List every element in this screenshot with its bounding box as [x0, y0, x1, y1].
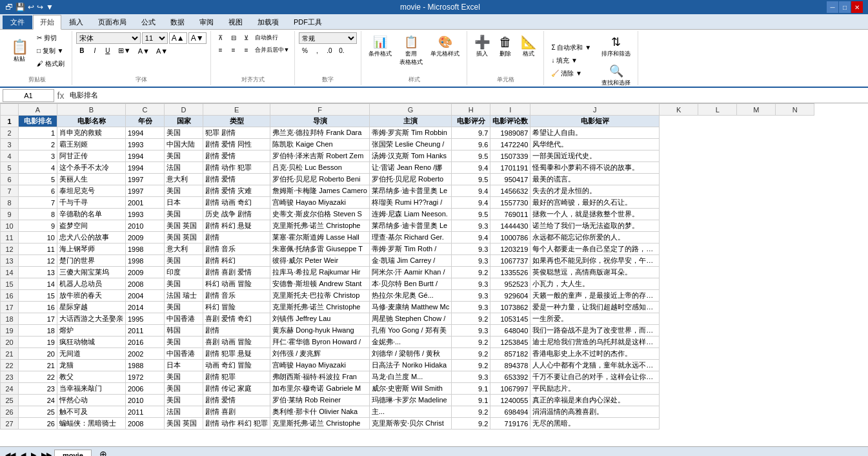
- cell-r22c8[interactable]: 894378: [490, 360, 530, 371]
- align-center-button[interactable]: ≡: [228, 45, 239, 56]
- cell-r20c5[interactable]: 拜仁·霍华德 Byron Howard /: [270, 337, 370, 348]
- cell-r4c3[interactable]: 美国: [165, 150, 203, 162]
- cell-r16c7[interactable]: 9.3: [452, 290, 490, 302]
- cell-r3c9[interactable]: 风华绝代。: [530, 139, 660, 150]
- cell-r17c8[interactable]: 1073862: [490, 302, 530, 313]
- cell-r15c9[interactable]: 小瓦力，大人生。: [530, 278, 660, 290]
- cell-r8c1[interactable]: 千与千寻: [57, 197, 126, 209]
- cell-r7c0[interactable]: 6: [19, 185, 57, 197]
- cell-r15c3[interactable]: 美国: [165, 278, 203, 290]
- cell-r16c8[interactable]: 929604: [490, 290, 530, 302]
- increase-decimal-button[interactable]: .0: [323, 45, 335, 56]
- cell-r23c3[interactable]: 美国: [165, 371, 203, 383]
- cell-r4c5[interactable]: 罗伯特·泽米吉斯 Robert Zem: [270, 150, 370, 162]
- cell-r11c4[interactable]: 剧情: [203, 232, 270, 244]
- font-increase-button[interactable]: A▲: [169, 32, 187, 44]
- header-cell-2[interactable]: 年份: [126, 116, 165, 127]
- cell-r4c0[interactable]: 3: [19, 150, 57, 162]
- cell-r14c2[interactable]: 2009: [126, 267, 165, 278]
- insert-button[interactable]: ➕ 插入: [471, 32, 493, 60]
- cell-r21c8[interactable]: 857182: [490, 348, 530, 360]
- fill-color-button[interactable]: A▼: [136, 46, 152, 56]
- cell-r19c3[interactable]: 韩国: [165, 325, 203, 337]
- format-button[interactable]: 📐 格式: [518, 32, 540, 60]
- cell-r27c4[interactable]: 剧情 动作 科幻 犯罪: [203, 418, 270, 430]
- cell-r14c3[interactable]: 印度: [165, 267, 203, 278]
- cell-r15c2[interactable]: 2008: [126, 278, 165, 290]
- cell-r25c7[interactable]: 9.1: [452, 395, 490, 406]
- cell-r11c8[interactable]: 1000786: [490, 232, 530, 244]
- cell-r21c0[interactable]: 20: [19, 348, 57, 360]
- cell-r6c8[interactable]: 950417: [490, 174, 530, 185]
- cell-r20c0[interactable]: 19: [19, 337, 57, 348]
- cell-r25c3[interactable]: 美国: [165, 395, 203, 406]
- cell-r3c7[interactable]: 9.6: [452, 139, 490, 150]
- cell-r10c1[interactable]: 盗梦空间: [57, 220, 126, 232]
- cell-r20c4[interactable]: 喜剧 动画 冒险: [203, 337, 270, 348]
- cell-r27c7[interactable]: 9.2: [452, 418, 490, 430]
- cell-r6c4[interactable]: 剧情 爱情: [203, 174, 270, 185]
- cell-r14c5[interactable]: 拉库马·希拉尼 Rajkumar Hir: [270, 267, 370, 278]
- cell-r7c3[interactable]: 美国: [165, 185, 203, 197]
- cell-r14c0[interactable]: 13: [19, 267, 57, 278]
- cell-r17c7[interactable]: 9.3: [452, 302, 490, 313]
- cell-r20c2[interactable]: 2016: [126, 337, 165, 348]
- col-header-i[interactable]: I: [490, 104, 530, 116]
- cell-r26c4[interactable]: 剧情 喜剧: [203, 406, 270, 418]
- cell-r10c2[interactable]: 2010: [126, 220, 165, 232]
- cell-r3c8[interactable]: 1472240: [490, 139, 530, 150]
- cell-r2c1[interactable]: 肖申克的救赎: [57, 127, 126, 139]
- tab-addins[interactable]: 加载项: [250, 15, 286, 29]
- insert-sheet-button[interactable]: ⊕: [96, 448, 111, 456]
- cell-r22c9[interactable]: 人人心中都有个龙猫，童年就永远不会消失。: [530, 360, 660, 371]
- cell-r8c3[interactable]: 日本: [165, 197, 203, 209]
- cell-r24c8[interactable]: 1067997: [490, 383, 530, 395]
- col-header-k[interactable]: K: [660, 104, 698, 116]
- cell-r4c4[interactable]: 剧情 爱情: [203, 150, 270, 162]
- tab-home[interactable]: 开始: [33, 15, 61, 30]
- cell-r2c5[interactable]: 弗兰克·德拉邦特 Frank Dara: [270, 127, 370, 139]
- cell-r22c1[interactable]: 龙猫: [57, 360, 126, 371]
- col-header-e[interactable]: E: [203, 104, 270, 116]
- cell-r23c1[interactable]: 教父: [57, 371, 126, 383]
- cell-r27c6[interactable]: 克里斯蒂安·贝尔 Christ: [369, 418, 451, 430]
- header-cell-6[interactable]: 主演: [369, 116, 451, 127]
- sheet-tab-movie[interactable]: movie: [54, 450, 92, 456]
- cell-r18c9[interactable]: 一生所爱。: [530, 313, 660, 325]
- quick-access-redo[interactable]: ↪: [37, 3, 43, 12]
- cell-r19c9[interactable]: 我们一路奋战不是为了改变世界，而是为了不让世界改变我们。: [530, 325, 660, 337]
- cell-r26c2[interactable]: 2011: [126, 406, 165, 418]
- cell-r10c4[interactable]: 剧情 科幻 悬疑: [203, 220, 270, 232]
- cell-r26c1[interactable]: 触不可及: [57, 406, 126, 418]
- cell-r13c1[interactable]: 楚门的世界: [57, 255, 126, 267]
- cell-r22c5[interactable]: 宫崎骏 Hayao Miyazaki: [270, 360, 370, 371]
- cell-r12c1[interactable]: 海上钢琴师: [57, 244, 126, 255]
- cell-r3c4[interactable]: 剧情 爱情 同性: [203, 139, 270, 150]
- cell-r8c4[interactable]: 剧情 动画 奇幻: [203, 197, 270, 209]
- cell-r26c6[interactable]: 主...: [369, 406, 451, 418]
- cell-r6c9[interactable]: 最美的谎言。: [530, 174, 660, 185]
- cell-r9c7[interactable]: 9.5: [452, 209, 490, 220]
- cell-r12c0[interactable]: 11: [19, 244, 57, 255]
- col-header-g[interactable]: G: [369, 104, 451, 116]
- cell-r6c6[interactable]: 罗伯托·贝尼尼 Roberto: [369, 174, 451, 185]
- wrap-text-button[interactable]: 自动换行: [254, 32, 279, 43]
- cell-r6c5[interactable]: 罗伯托·贝尼尼 Roberto Beni: [270, 174, 370, 185]
- cell-r16c3[interactable]: 法国 瑞士: [165, 290, 203, 302]
- cell-r16c4[interactable]: 剧情 音乐: [203, 290, 270, 302]
- cell-r10c7[interactable]: 9.3: [452, 220, 490, 232]
- cell-r6c2[interactable]: 1997: [126, 174, 165, 185]
- cell-r9c5[interactable]: 史蒂文·斯皮尔伯格 Steven S: [270, 209, 370, 220]
- cell-r23c9[interactable]: 千万不要让自己的对手，这样会让你失去理智。: [530, 371, 660, 383]
- italic-button[interactable]: I: [89, 46, 101, 56]
- underline-button[interactable]: U: [102, 46, 114, 56]
- cell-r7c7[interactable]: 9.4: [452, 185, 490, 197]
- cell-r14c7[interactable]: 9.2: [452, 267, 490, 278]
- cell-r24c0[interactable]: 23: [19, 383, 57, 395]
- cell-r3c5[interactable]: 陈凯歌 Kaige Chen: [270, 139, 370, 150]
- cell-r24c9[interactable]: 平民励志片。: [530, 383, 660, 395]
- cell-r19c7[interactable]: 9.3: [452, 325, 490, 337]
- cell-r5c7[interactable]: 9.4: [452, 162, 490, 174]
- cell-r20c6[interactable]: 金妮弗·...: [369, 337, 451, 348]
- cell-r13c7[interactable]: 9.3: [452, 255, 490, 267]
